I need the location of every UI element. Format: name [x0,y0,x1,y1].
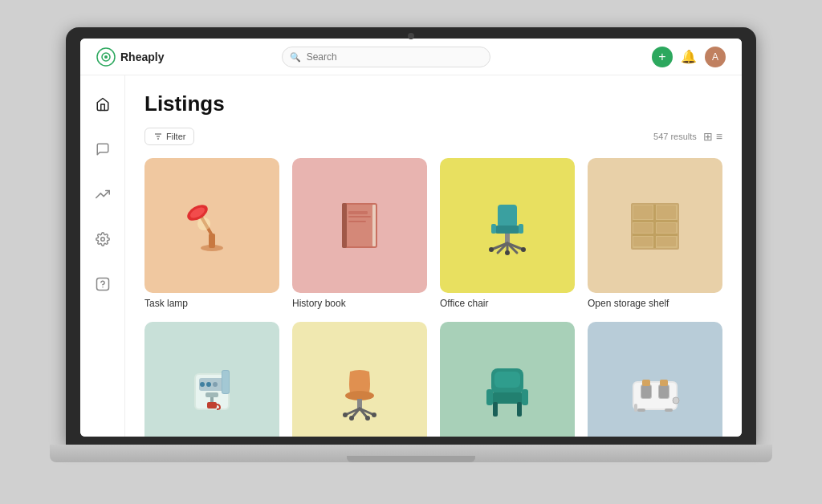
sidebar-item-analytics[interactable] [90,181,116,207]
chair-illustration [475,357,539,421]
svg-rect-19 [348,216,371,217]
card-image-open-storage-shelf [588,158,722,293]
svg-point-64 [372,413,376,417]
svg-rect-40 [633,205,653,219]
svg-rect-45 [657,237,676,246]
svg-point-55 [206,382,211,387]
toaster-illustration [623,357,687,421]
card-label-history-book: History book [292,298,427,309]
svg-point-56 [213,382,218,387]
search-input[interactable] [282,47,490,67]
svg-rect-41 [657,205,676,219]
search-bar: 🔍 [282,47,490,67]
card-label-task-lamp: Task lamp [144,298,279,309]
svg-point-2 [104,55,108,59]
svg-point-63 [343,413,348,417]
screen: Rheaply 🔍 + 🔔 A [80,39,742,437]
results-info: 547 results ⊞ ≡ [653,130,722,143]
svg-rect-69 [493,402,498,417]
svg-rect-70 [517,402,522,417]
listing-card-coffee-maker[interactable]: Coffee maker [144,322,279,437]
svg-point-54 [200,382,205,387]
card-image-task-lamp [144,158,279,293]
svg-rect-78 [641,385,651,398]
svg-rect-68 [490,392,525,404]
header-actions: + 🔔 A [652,47,726,67]
sidebar-item-settings[interactable] [90,226,116,252]
laptop-base [50,445,772,462]
view-toggle: ⊞ ≡ [703,130,722,143]
coffee-maker-illustration [180,357,244,421]
notifications-icon[interactable]: 🔔 [681,49,697,64]
grid-view-button[interactable]: ⊞ [703,130,713,143]
card-label-open-storage-shelf: Open storage shelf [588,298,722,309]
svg-rect-73 [494,372,520,388]
sidebar [80,75,125,437]
svg-rect-82 [634,404,637,412]
svg-rect-58 [357,399,362,408]
svg-rect-42 [633,223,653,233]
avatar[interactable]: A [705,47,726,67]
sidebar-item-messages[interactable] [90,136,116,162]
sidebar-item-help[interactable] [90,271,116,297]
listing-card-toaster[interactable]: Toaster [588,322,722,437]
listings-grid: Task lamp [144,158,722,437]
laptop-frame: Rheaply 🔍 + 🔔 A [66,27,756,477]
sidebar-item-home[interactable] [90,91,116,117]
filter-label: Filter [166,132,185,141]
card-image-mobile-seating [292,322,427,437]
listing-card-chair[interactable]: Chair [440,322,575,437]
svg-rect-84 [665,408,673,412]
svg-point-31 [521,247,526,252]
list-view-button[interactable]: ≡ [716,130,722,143]
listing-card-task-lamp[interactable]: Task lamp [144,158,279,309]
svg-rect-23 [494,226,520,234]
toolbar: Filter 547 results ⊞ ≡ [144,128,722,145]
svg-rect-21 [348,211,368,214]
svg-rect-71 [486,389,493,405]
svg-rect-72 [522,389,528,405]
results-count: 547 results [653,132,697,141]
main-content: Listings Filter 547 results [125,75,742,437]
svg-rect-52 [210,397,214,402]
svg-rect-81 [660,380,668,386]
svg-point-14 [197,217,210,230]
add-button[interactable]: + [652,47,673,67]
svg-rect-22 [498,205,517,227]
svg-rect-16 [344,205,376,246]
task-lamp-illustration [180,193,244,258]
svg-rect-44 [633,237,653,246]
listing-card-history-book[interactable]: History book [292,158,427,309]
svg-rect-53 [207,402,217,408]
svg-rect-75 [634,383,676,408]
card-image-coffee-maker [144,322,279,437]
mobile-seating-illustration [328,357,392,421]
listing-card-open-storage-shelf[interactable]: Open storage shelf [588,158,722,309]
office-chair-illustration [475,193,539,258]
svg-point-32 [505,250,510,255]
svg-point-65 [349,416,354,421]
svg-rect-50 [222,371,229,393]
svg-point-66 [365,416,370,421]
history-book-illustration [328,193,392,258]
listing-card-mobile-seating[interactable]: Mobile seating [292,322,427,437]
svg-rect-20 [348,221,366,222]
logo-area: Rheaply [96,47,201,67]
listing-card-office-chair[interactable]: Office chair [440,158,575,309]
page-title: Listings [144,91,722,116]
filter-icon [153,132,163,141]
card-image-chair [440,322,575,437]
svg-rect-34 [519,224,523,234]
filter-button[interactable]: Filter [144,128,194,145]
card-label-office-chair: Office chair [440,298,575,309]
svg-point-3 [100,238,104,242]
svg-rect-17 [342,203,347,248]
svg-rect-33 [491,224,496,234]
svg-rect-24 [505,234,510,243]
logo-icon [96,47,116,67]
search-icon: 🔍 [290,51,301,62]
svg-rect-43 [657,223,676,233]
svg-rect-80 [642,380,650,386]
svg-rect-39 [653,205,656,248]
open-storage-shelf-illustration [623,193,687,258]
